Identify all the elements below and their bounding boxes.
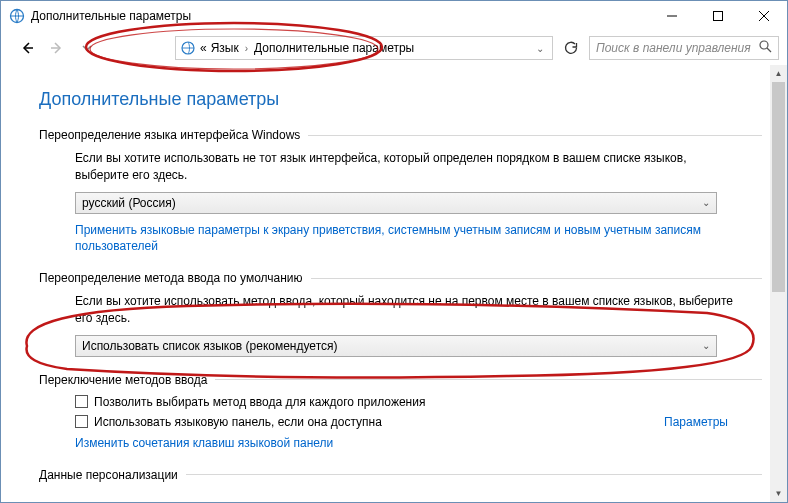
- checkbox-language-bar[interactable]: Использовать языковую панель, если она д…: [75, 415, 762, 429]
- titlebar: Дополнительные параметры: [1, 1, 787, 31]
- input-method-dropdown[interactable]: Использовать список языков (рекомендуетс…: [75, 335, 717, 357]
- scroll-track[interactable]: [770, 82, 787, 485]
- search-placeholder: Поиск в панели управления: [596, 41, 751, 55]
- search-icon: [759, 40, 772, 56]
- checkbox-icon: [75, 415, 88, 428]
- minimize-button[interactable]: [649, 1, 695, 31]
- vertical-scrollbar[interactable]: ▲ ▼: [770, 65, 787, 502]
- navbar: « Язык › Дополнительные параметры ⌄ Поис…: [1, 31, 787, 65]
- breadcrumb-item-1[interactable]: Язык: [211, 41, 239, 55]
- page-title: Дополнительные параметры: [39, 89, 762, 110]
- breadcrumb[interactable]: « Язык › Дополнительные параметры ⌄: [175, 36, 553, 60]
- svg-rect-2: [714, 12, 723, 21]
- language-bar-params-link[interactable]: Параметры: [664, 415, 728, 429]
- chevron-down-icon: ⌄: [702, 197, 710, 208]
- input-method-description: Если вы хотите использовать метод ввода,…: [75, 293, 735, 327]
- breadcrumb-chevrons: «: [200, 41, 207, 55]
- breadcrumb-item-2[interactable]: Дополнительные параметры: [254, 41, 414, 55]
- svg-point-8: [760, 41, 768, 49]
- nav-recent-button[interactable]: [75, 36, 99, 60]
- display-language-dropdown[interactable]: русский (Россия) ⌄: [75, 192, 717, 214]
- chevron-right-icon: ›: [243, 43, 250, 54]
- checkbox-per-app[interactable]: Позволить выбирать метод ввода для каждо…: [75, 395, 762, 409]
- display-language-value: русский (Россия): [82, 196, 176, 210]
- apply-language-link[interactable]: Применить языковые параметры к экрану пр…: [75, 222, 735, 256]
- section-header-personalization: Данные персонализации: [39, 468, 762, 482]
- change-hotkeys-link[interactable]: Изменить сочетания клавиш языковой панел…: [75, 435, 735, 452]
- input-method-value: Использовать список языков (рекомендуетс…: [82, 339, 338, 353]
- scroll-thumb[interactable]: [772, 82, 785, 292]
- search-input[interactable]: Поиск в панели управления: [589, 36, 779, 60]
- close-button[interactable]: [741, 1, 787, 31]
- svg-line-9: [767, 48, 771, 52]
- scroll-up-button[interactable]: ▲: [770, 65, 787, 82]
- breadcrumb-dropdown-icon[interactable]: ⌄: [532, 43, 548, 54]
- content-area: Дополнительные параметры Переопределение…: [1, 65, 770, 502]
- section-header-input-method: Переопределение метода ввода по умолчани…: [39, 271, 762, 285]
- maximize-button[interactable]: [695, 1, 741, 31]
- chevron-down-icon: ⌄: [702, 340, 710, 351]
- window-title: Дополнительные параметры: [31, 9, 191, 23]
- display-language-description: Если вы хотите использовать не тот язык …: [75, 150, 735, 184]
- checkbox-icon: [75, 395, 88, 408]
- scroll-down-button[interactable]: ▼: [770, 485, 787, 502]
- app-icon: [9, 8, 25, 24]
- breadcrumb-icon: [180, 40, 196, 56]
- refresh-button[interactable]: [559, 36, 583, 60]
- window-controls: [649, 1, 787, 31]
- nav-back-button[interactable]: [15, 36, 39, 60]
- nav-forward-button[interactable]: [45, 36, 69, 60]
- section-header-display-language: Переопределение языка интерфейса Windows: [39, 128, 762, 142]
- section-header-switching: Переключение методов ввода: [39, 373, 762, 387]
